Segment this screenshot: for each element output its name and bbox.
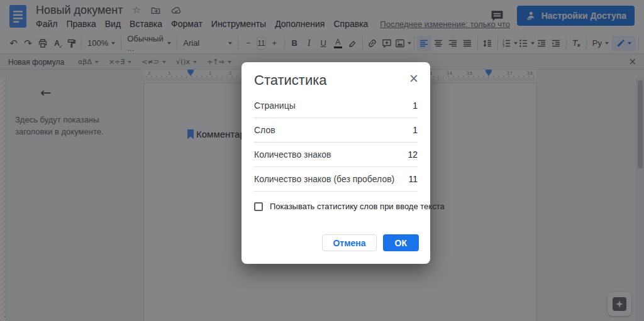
stat-label: Страницы: [254, 101, 296, 111]
checkbox-label: Показывать статистику слов при вводе тек…: [270, 202, 445, 211]
stat-value: 12: [408, 150, 418, 160]
stat-label: Слов: [254, 125, 275, 135]
dialog-title: Статистика: [254, 72, 418, 89]
checkbox-unchecked[interactable]: [254, 202, 263, 211]
dialog-footer: Отмена ОК: [322, 234, 419, 251]
word-count-dialog: Статистика × Страницы 1 Слов 1 Количеств…: [242, 62, 430, 264]
google-docs-window: Новый документ ☆ Файл Правка Вид Вставка…: [0, 0, 644, 321]
close-dialog-icon[interactable]: ×: [409, 71, 419, 85]
stat-label: Количество знаков: [254, 150, 331, 160]
statistics-table: Страницы 1 Слов 1 Количество знаков 12 К…: [254, 94, 418, 192]
show-word-count-option[interactable]: Показывать статистику слов при вводе тек…: [254, 202, 418, 211]
stat-row-pages: Страницы 1: [254, 94, 418, 118]
stat-row-words: Слов 1: [254, 118, 418, 143]
stat-value: 11: [408, 174, 418, 184]
ok-button[interactable]: ОК: [383, 234, 419, 251]
stat-row-characters: Количество знаков 12: [254, 143, 418, 167]
stat-value: 1: [413, 125, 418, 135]
stat-label: Количество знаков (без пробелов): [254, 174, 394, 184]
cancel-button[interactable]: Отмена: [322, 234, 376, 251]
stat-row-characters-no-spaces: Количество знаков (без пробелов) 11: [254, 167, 418, 192]
stat-value: 1: [413, 101, 418, 111]
